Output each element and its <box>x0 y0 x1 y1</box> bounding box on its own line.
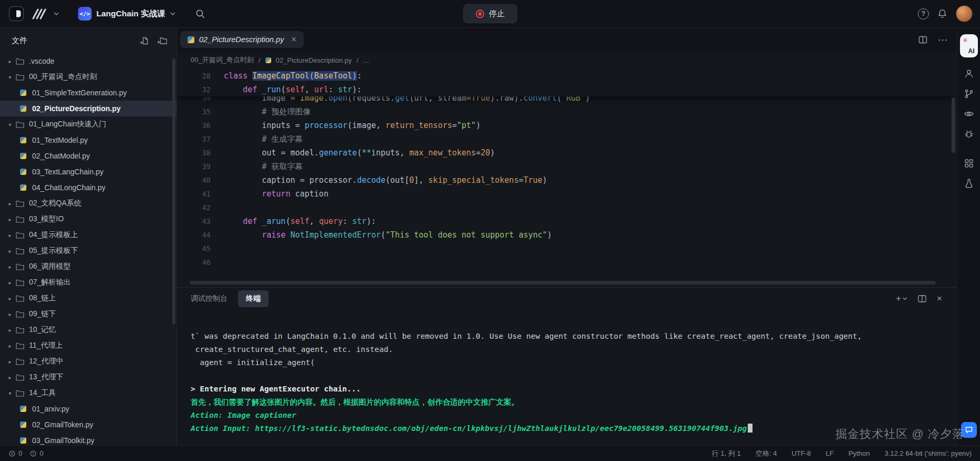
new-folder-icon[interactable] <box>157 36 167 45</box>
tree-item-folder[interactable]: ▸05_提示模板下 <box>0 243 176 259</box>
code-editor[interactable]: 28class ImageCapTool(BaseTool):32 def _r… <box>177 69 957 287</box>
code-text: raise NotImplementedError("This tool doe… <box>211 228 552 242</box>
code-text <box>211 201 224 214</box>
tree-item-folder[interactable]: ▸04_提示模板上 <box>0 227 176 243</box>
terminal-line <box>191 369 941 382</box>
code-badge-icon: </> <box>78 7 92 21</box>
workspace-logo-icon[interactable] <box>31 7 47 21</box>
ai-panel-icon[interactable]: ✳ AI <box>960 34 978 57</box>
terminal-line: t` was deprecated in LangChain 0.1.0 and… <box>191 330 941 343</box>
tree-item-folder[interactable]: ▾01_LangChain快速入门 <box>0 116 176 132</box>
preview-eye-icon[interactable] <box>962 107 976 121</box>
tree-item-folder[interactable]: ▸10_记忆 <box>0 322 176 338</box>
close-panel-icon[interactable]: × <box>937 293 942 304</box>
breadcrumb: 00_开篇词_奇点时刻 / 02_PictureDescription.py /… <box>177 51 957 69</box>
breadcrumb-file[interactable]: 02_PictureDescription.py <box>276 56 352 64</box>
tree-item-file[interactable]: 01_arxiv.py <box>0 401 176 417</box>
tree-item-folder[interactable]: ▾00_开篇词_奇点时刻 <box>0 69 176 85</box>
breadcrumb-more[interactable]: ... <box>363 56 369 64</box>
stop-button[interactable]: 停止 <box>463 4 517 23</box>
code-line: 41 return caption <box>177 187 957 201</box>
tree-item-label: 14_工具 <box>29 388 56 398</box>
editor-more-actions-icon[interactable]: ⋯ <box>938 34 948 46</box>
tree-item-file[interactable]: 01_SimpleTextGeneration.py <box>0 85 176 101</box>
notifications-bell-icon[interactable] <box>937 8 947 19</box>
tests-beaker-icon[interactable] <box>962 176 976 190</box>
line-number: 28 <box>177 69 211 83</box>
help-icon[interactable]: ? <box>918 8 929 19</box>
code-text: # 获取字幕 <box>211 160 303 173</box>
tree-item-file[interactable]: 04_ChatLongChain.py <box>0 180 176 195</box>
tree-item-file[interactable]: 02_ChatModel.py <box>0 148 176 164</box>
tree-item-folder[interactable]: ▾14_工具 <box>0 385 176 401</box>
user-avatar[interactable] <box>956 5 973 22</box>
editor-vertical-scrollbar[interactable] <box>952 97 955 153</box>
tab-close-icon[interactable]: × <box>291 35 296 44</box>
split-editor-icon[interactable] <box>918 36 927 44</box>
editor-tab[interactable]: 02_PictureDescription.py × <box>180 31 304 48</box>
python-interpreter[interactable]: 3.12.2 64-bit ('shims': pyenv) <box>885 449 972 457</box>
tree-item-folder[interactable]: ▸.vscode <box>0 53 176 69</box>
panel-header: 调试控制台 终端 + × <box>177 288 957 310</box>
workspace-switcher[interactable]: </> LangChain 实战课 <box>78 7 175 21</box>
eol-setting[interactable]: LF <box>826 449 834 457</box>
search-icon[interactable] <box>195 9 205 19</box>
chevron-icon: ▸ <box>5 359 15 365</box>
code-line: 42 <box>177 201 957 214</box>
tree-item-folder[interactable]: ▸09_链下 <box>0 306 176 322</box>
language-mode[interactable]: Python <box>848 449 869 457</box>
problems-errors[interactable]: 0 <box>8 449 22 457</box>
code-text: def _run(self, url: str): <box>211 83 362 96</box>
tree-item-file[interactable]: 02_GmailToken.py <box>0 417 176 433</box>
code-line: 28class ImageCapTool(BaseTool): <box>177 69 957 83</box>
tree-item-file[interactable]: 03_TextLangChain.py <box>0 164 176 180</box>
tree-item-folder[interactable]: ▸12_代理中 <box>0 354 176 369</box>
sidebar-scrollbar[interactable] <box>172 58 175 325</box>
watermark: 掘金技术社区 @ 冷夕落 <box>835 426 964 442</box>
chevron-icon: ▸ <box>5 201 15 207</box>
logo-chevron-down-icon[interactable] <box>54 12 59 16</box>
explorer-title: 文件 <box>12 36 27 46</box>
line-number: 39 <box>177 160 211 173</box>
tree-item-folder[interactable]: ▸13_代理下 <box>0 369 176 385</box>
code-text: # 生成字幕 <box>211 132 303 146</box>
new-terminal-button[interactable]: + <box>896 293 907 304</box>
code-text: image = Image.open(requests.get(url, str… <box>211 96 590 105</box>
code-line: 32 def _run(self, url: str): <box>177 83 957 96</box>
tree-item-folder[interactable]: ▸07_解析输出 <box>0 274 176 290</box>
new-file-icon[interactable] <box>140 36 149 45</box>
tab-terminal[interactable]: 终端 <box>238 290 269 307</box>
source-control-icon[interactable] <box>962 87 976 101</box>
split-terminal-icon[interactable] <box>918 295 926 302</box>
indentation-setting[interactable]: 空格: 4 <box>756 449 777 458</box>
editor-horizontal-scrollbar[interactable] <box>190 281 936 285</box>
app-logo[interactable] <box>8 6 24 22</box>
file-tree: ▸.vscode▾00_开篇词_奇点时刻01_SimpleTextGenerat… <box>0 53 176 445</box>
tree-item-folder[interactable]: ▸02_文档QA系统 <box>0 195 176 211</box>
tab-debug-console[interactable]: 调试控制台 <box>191 294 227 303</box>
tree-item-folder[interactable]: ▸08_链上 <box>0 290 176 306</box>
problems-warnings[interactable]: 0 <box>29 449 43 457</box>
folder-icon <box>15 374 25 381</box>
tree-item-label: 10_记忆 <box>29 325 56 335</box>
tree-item-file[interactable]: 03_GmailToolkit.py <box>0 433 176 445</box>
encoding-setting[interactable]: UTF-8 <box>791 449 811 457</box>
tree-item-folder[interactable]: ▸03_模型IO <box>0 211 176 227</box>
python-file-icon <box>187 36 194 43</box>
folder-icon <box>15 358 25 365</box>
tree-item-folder[interactable]: ▸11_代理上 <box>0 338 176 354</box>
debug-bug-icon[interactable] <box>962 127 976 141</box>
extensions-grid-icon[interactable] <box>962 156 976 170</box>
terminal-output[interactable]: t` was deprecated in LangChain 0.1.0 and… <box>177 310 957 445</box>
tree-item-file[interactable]: 02_PictureDescription.py <box>0 101 176 116</box>
code-text: out = model.generate(**inputs, max_new_t… <box>211 146 495 160</box>
tree-item-folder[interactable]: ▸06_调用模型 <box>0 259 176 274</box>
cursor-position[interactable]: 行 1, 列 1 <box>712 449 741 458</box>
breadcrumb-folder[interactable]: 00_开篇词_奇点时刻 <box>191 55 254 65</box>
error-icon <box>8 450 16 457</box>
user-search-icon[interactable] <box>962 67 976 81</box>
folder-icon <box>15 121 25 128</box>
code-text <box>211 242 224 256</box>
line-number: 41 <box>177 187 211 201</box>
tree-item-file[interactable]: 01_TextModel.py <box>0 132 176 148</box>
